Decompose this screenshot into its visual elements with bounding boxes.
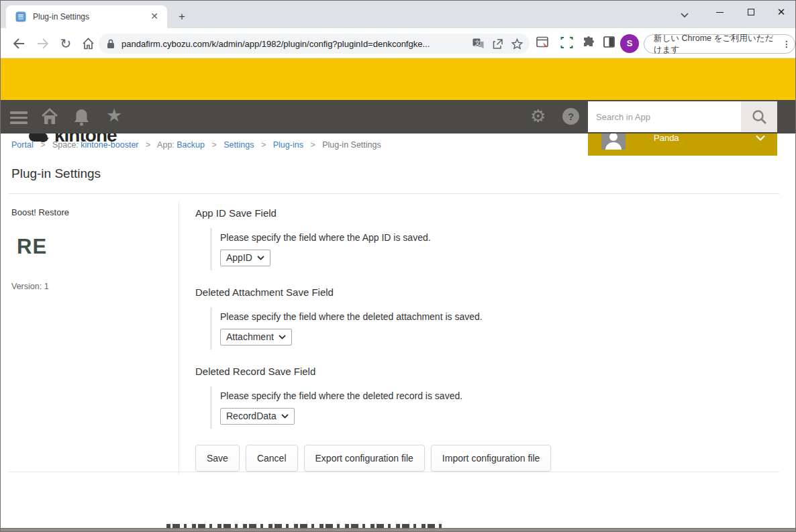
settings-gear-icon[interactable]: ⚙ xyxy=(530,107,546,125)
maximize-button[interactable] xyxy=(736,1,766,23)
home-button[interactable] xyxy=(79,35,97,52)
share-icon[interactable] xyxy=(492,38,503,50)
action-buttons: Save Cancel Export configuration file Im… xyxy=(195,445,779,472)
extension-capture-icon[interactable] xyxy=(560,36,574,50)
sidebar-divider xyxy=(179,202,179,474)
record-field-select[interactable]: RecordData xyxy=(220,408,295,425)
tab-close-icon[interactable]: ✕ xyxy=(148,11,160,23)
page-title: Plug-in Settings xyxy=(11,166,101,181)
section-heading: Deleted Attachment Save Field xyxy=(195,286,779,298)
export-configuration-button[interactable]: Export configuration file xyxy=(304,445,425,472)
app-id-field-select[interactable]: AppID xyxy=(220,250,270,266)
plugin-icon: RE xyxy=(17,235,169,259)
section-heading: App ID Save Field xyxy=(195,207,779,219)
select-chevron-icon xyxy=(281,414,289,419)
plugin-version: Version: 1 xyxy=(11,282,169,291)
tab-search-chevron-icon[interactable] xyxy=(680,7,696,22)
notifications-bell-icon[interactable] xyxy=(73,108,90,126)
reading-list-icon[interactable] xyxy=(603,36,615,48)
search-icon xyxy=(752,109,767,125)
tab-title: Plug-in Settings xyxy=(33,12,148,21)
section-body: Please specify the field where the delet… xyxy=(210,386,779,429)
breadcrumb-separator: > xyxy=(211,140,216,150)
section-deleted-record: Deleted Record Save Field Please specify… xyxy=(195,366,779,429)
user-name: Panda xyxy=(654,133,756,143)
breadcrumb-prefix: Space: xyxy=(52,140,81,150)
plugin-settings-form: App ID Save Field Please specify the fie… xyxy=(195,207,779,472)
extensions-puzzle-icon[interactable] xyxy=(582,36,595,49)
update-chrome-label: 新しい Chrome をご利用いただけます xyxy=(654,33,777,56)
section-heading: Deleted Record Save Field xyxy=(195,366,779,377)
app-search xyxy=(588,101,777,132)
section-body: Please specify the field where the App I… xyxy=(210,228,779,270)
breadcrumb-portal[interactable]: Portal xyxy=(11,140,34,150)
app-search-input[interactable] xyxy=(588,101,741,132)
section-description: Please specify the field where the App I… xyxy=(220,232,779,243)
breadcrumb-separator: > xyxy=(40,140,45,150)
hamburger-menu-icon[interactable] xyxy=(10,109,28,127)
breadcrumb-current: Plug-in Settings xyxy=(322,140,381,150)
search-button[interactable] xyxy=(741,101,777,132)
breadcrumb-settings[interactable]: Settings xyxy=(223,140,254,150)
breadcrumb-space[interactable]: kintone-booster xyxy=(81,140,138,150)
select-value: AppID xyxy=(226,252,252,263)
save-button[interactable]: Save xyxy=(195,445,240,472)
forward-button[interactable] xyxy=(34,35,52,52)
section-deleted-attachment: Deleted Attachment Save Field Please spe… xyxy=(195,286,779,350)
svg-text:文: 文 xyxy=(475,40,481,46)
home-nav-icon[interactable] xyxy=(41,108,58,125)
profile-avatar[interactable]: S xyxy=(620,34,639,53)
title-bar: Plug-in Settings ✕ + ✕ xyxy=(1,1,795,28)
breadcrumb-separator: > xyxy=(310,140,315,150)
extension-window-icon[interactable] xyxy=(536,36,550,50)
select-value: RecordData xyxy=(226,411,277,421)
breadcrumb-separator: > xyxy=(261,140,266,150)
title-divider xyxy=(9,193,779,194)
bookmark-star-icon[interactable] xyxy=(511,38,523,50)
select-chevron-icon xyxy=(257,256,264,260)
back-button[interactable] xyxy=(10,35,28,52)
content-bottom-divider xyxy=(9,472,779,472)
attachment-field-select[interactable]: Attachment xyxy=(220,329,292,345)
plugin-sidebar: Boost! Restore RE Version: 1 xyxy=(11,207,169,291)
address-bar[interactable]: pandafirm.cybozu.com/k/admin/app/1982/pl… xyxy=(99,34,530,54)
url-text[interactable]: pandafirm.cybozu.com/k/admin/app/1982/pl… xyxy=(121,39,464,49)
section-body: Please specify the field where the delet… xyxy=(210,307,779,350)
select-value: Attachment xyxy=(226,331,274,342)
cancel-button[interactable]: Cancel xyxy=(246,445,298,472)
section-description: Please specify the field where the delet… xyxy=(220,390,779,401)
reload-button[interactable]: ↻ xyxy=(57,35,74,52)
favicon-icon xyxy=(15,11,26,22)
kebab-menu-icon[interactable]: ⋮ xyxy=(783,39,791,49)
update-chrome-button[interactable]: 新しい Chrome をご利用いただけます ⋮ xyxy=(644,34,795,54)
breadcrumb-separator: > xyxy=(146,140,150,150)
window-close-button[interactable]: ✕ xyxy=(766,1,796,23)
select-chevron-icon xyxy=(279,335,286,339)
breadcrumb-prefix: App: xyxy=(157,140,177,150)
chevron-down-icon xyxy=(756,135,765,141)
import-configuration-button[interactable]: Import configuration file xyxy=(431,445,552,472)
translate-icon[interactable]: 文 xyxy=(472,38,484,49)
help-icon[interactable]: ? xyxy=(562,108,579,125)
kintone-header: kintone Panda xyxy=(1,58,795,100)
section-description: Please specify the field where the delet… xyxy=(220,311,779,322)
plugin-name: Boost! Restore xyxy=(11,207,169,217)
breadcrumb-app[interactable]: Backup xyxy=(177,140,205,150)
browser-tab[interactable]: Plug-in Settings ✕ xyxy=(6,5,167,28)
browser-window: Plug-in Settings ✕ + ✕ ↻ pandafirm.cyboz… xyxy=(0,0,796,532)
minimize-button[interactable] xyxy=(704,1,735,23)
breadcrumb: Portal > Space: kintone-booster > App: B… xyxy=(11,140,381,150)
breadcrumb-plugins[interactable]: Plug-ins xyxy=(273,140,303,150)
favorites-star-icon[interactable]: ★ xyxy=(106,107,122,125)
bottom-scroll-bar xyxy=(1,528,795,532)
lock-icon xyxy=(107,39,115,49)
new-tab-button[interactable]: + xyxy=(174,9,190,25)
section-app-id: App ID Save Field Please specify the fie… xyxy=(195,207,779,270)
